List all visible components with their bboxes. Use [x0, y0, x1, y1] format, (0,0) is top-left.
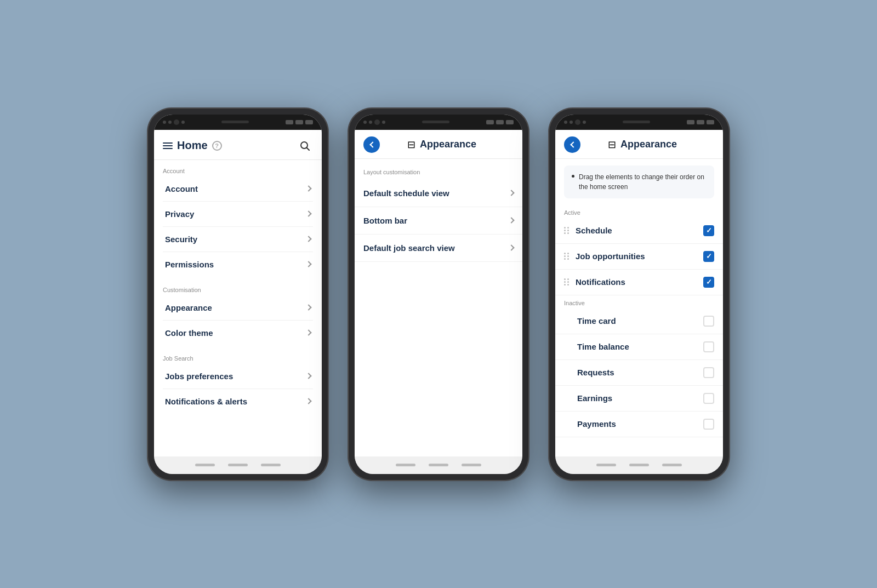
phone-screen-1: Home ? Account [154, 115, 322, 474]
drag-dot-18 [567, 284, 569, 286]
drag-dots-row-5 [564, 255, 569, 257]
menu-item-color-theme[interactable]: Color theme [163, 321, 313, 345]
drag-item-earnings[interactable]: Earnings [555, 386, 723, 412]
chevron-right-default-schedule [508, 190, 514, 196]
phone-bottom-3 [555, 456, 723, 474]
drag-dot-14 [567, 278, 569, 280]
hamburger-line-1 [163, 142, 173, 144]
checkbox-payments[interactable] [703, 419, 714, 430]
menu-item-account-label: Account [165, 184, 198, 193]
notch-right-3 [687, 120, 714, 124]
search-button[interactable] [297, 138, 313, 154]
bottom-pill-2 [228, 464, 248, 466]
bottom-pill-4 [396, 464, 415, 466]
bottom-pill-8 [629, 464, 649, 466]
checkbox-time-balance[interactable] [703, 341, 714, 352]
checkbox-schedule[interactable]: ✓ [703, 225, 714, 236]
drag-handle-job-opportunities[interactable] [564, 253, 569, 260]
drag-item-time-balance[interactable]: Time balance [555, 334, 723, 360]
nav-item-default-job-search[interactable]: Default job search view [355, 235, 522, 262]
drag-item-requests[interactable]: Requests [555, 360, 723, 386]
notch-dot-3 [181, 121, 185, 124]
notch-right-1 [286, 120, 313, 124]
notch-dot-9 [583, 121, 586, 124]
menu-item-account[interactable]: Account [163, 176, 313, 202]
drag-item-payments[interactable]: Payments [555, 412, 723, 437]
appearance-nav-scroll[interactable]: Layout customisation Default schedule vi… [355, 159, 522, 456]
menu-item-privacy[interactable]: Privacy [163, 202, 313, 227]
menu-item-permissions[interactable]: Permissions [163, 252, 313, 277]
phone-1: Home ? Account [147, 108, 328, 481]
layout-section-label: Layout customisation [363, 169, 420, 175]
info-bullet [572, 175, 574, 178]
menu-item-appearance[interactable]: Appearance [163, 295, 313, 321]
chevron-right-notifications-alerts [305, 398, 311, 404]
checkbox-earnings[interactable] [703, 393, 714, 404]
notch-left-2 [363, 119, 385, 125]
hamburger-line-3 [163, 148, 173, 149]
drag-dot-4 [567, 230, 569, 231]
notch-dot-7 [564, 121, 567, 124]
chevron-right-account [305, 185, 311, 191]
home-scroll-area[interactable]: Account Account Privacy Security [154, 160, 322, 456]
nav-item-bottom-bar[interactable]: Bottom bar [355, 207, 522, 235]
home-header: Home ? [154, 130, 322, 160]
appearance-items-header: ⊟ Appearance [555, 130, 723, 159]
back-arrow-2 [369, 141, 375, 147]
drag-handle-notifications[interactable] [564, 278, 569, 286]
notch-dot-4 [363, 121, 367, 124]
bottom-pill-1 [195, 464, 215, 466]
menu-item-jobs-preferences-label: Jobs preferences [165, 372, 233, 381]
drag-dot-13 [564, 278, 566, 280]
drag-dot-5 [564, 232, 566, 234]
drag-dot-15 [564, 281, 566, 283]
nav-item-bottom-bar-label: Bottom bar [363, 216, 407, 225]
notch-dot-6 [382, 121, 385, 124]
phone-screen-2: ⊟ Appearance Layout customisation Defaul… [355, 115, 522, 474]
menu-item-security[interactable]: Security [163, 227, 313, 252]
checkbox-time-card[interactable] [703, 316, 714, 327]
drag-item-time-card[interactable]: Time card [555, 309, 723, 334]
drag-item-time-balance-label: Time balance [577, 342, 703, 351]
drag-item-time-card-label: Time card [577, 316, 703, 326]
back-button-2[interactable] [363, 136, 380, 153]
drag-dot-8 [567, 253, 569, 254]
notch-signal-2 [486, 120, 494, 124]
notch-camera-1 [174, 119, 179, 125]
chevron-right-privacy [305, 210, 311, 216]
phone-bottom-2 [355, 456, 522, 474]
drag-item-notifications[interactable]: Notifications ✓ [555, 270, 723, 295]
menu-item-privacy-label: Privacy [165, 209, 194, 219]
notch-battery-3 [707, 120, 714, 124]
nav-item-default-schedule[interactable]: Default schedule view [355, 180, 522, 207]
drag-dot-12 [567, 258, 569, 260]
back-button-3[interactable] [564, 136, 580, 153]
notch-wifi-1 [295, 120, 303, 124]
checkbox-job-opportunities[interactable]: ✓ [703, 251, 714, 262]
drag-dots-row-7 [564, 278, 569, 280]
help-icon[interactable]: ? [212, 141, 222, 151]
drag-item-schedule[interactable]: Schedule ✓ [555, 218, 723, 244]
appearance-nav-title: Appearance [420, 139, 476, 150]
drag-dots-row-4 [564, 253, 569, 254]
hamburger-icon[interactable] [163, 142, 173, 149]
back-arrow-3 [570, 141, 576, 147]
notch-speaker-2 [422, 121, 449, 123]
drag-item-job-opportunities[interactable]: Job opportunities ✓ [555, 244, 723, 270]
appearance-items-scroll[interactable]: Drag the elements to change their order … [555, 159, 723, 456]
menu-item-notifications-alerts[interactable]: Notifications & alerts [163, 389, 313, 414]
inactive-section-label: Inactive [555, 295, 723, 309]
notch-wifi-2 [496, 120, 504, 124]
chevron-right-color-theme [305, 329, 311, 335]
drag-handle-schedule[interactable] [564, 227, 569, 234]
drag-dot-2 [567, 227, 569, 229]
checkbox-requests[interactable] [703, 367, 714, 378]
phone-notch-1 [154, 115, 322, 130]
search-icon [300, 141, 310, 151]
phone-content-1: Home ? Account [154, 130, 322, 456]
drag-dots-row-3 [564, 232, 569, 234]
menu-item-jobs-preferences[interactable]: Jobs preferences [163, 364, 313, 389]
appearance-items-title: Appearance [620, 139, 677, 150]
notch-camera-2 [374, 119, 380, 125]
checkbox-notifications[interactable]: ✓ [703, 277, 714, 288]
